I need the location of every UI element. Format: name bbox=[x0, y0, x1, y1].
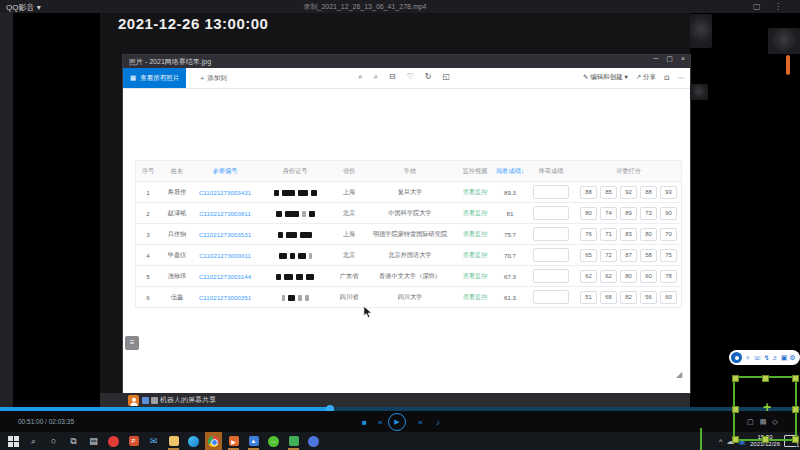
table-row: 2赵泽铭C11021273003811北京中国科学院大学查看监控81807489… bbox=[136, 203, 681, 224]
monitor-link[interactable]: 查看监控 bbox=[463, 272, 488, 279]
filmstrip-toggle-button[interactable]: ≡ bbox=[125, 336, 139, 350]
selection-handle[interactable] bbox=[732, 406, 739, 413]
more-icon[interactable]: ⋯ bbox=[678, 74, 685, 82]
sort-desc-icon[interactable]: ↓ bbox=[521, 168, 524, 174]
previous-button[interactable]: « bbox=[378, 418, 382, 427]
video-thumbnail[interactable] bbox=[690, 14, 712, 48]
zoom-out-icon[interactable]: ⌕ bbox=[373, 72, 377, 82]
share-button[interactable]: ↗ 分享 bbox=[636, 73, 656, 82]
column-header[interactable]: 阅卷成绩↓ bbox=[494, 167, 526, 176]
delete-icon[interactable]: ⊟ bbox=[389, 72, 396, 82]
settings-icon[interactable]: ⚙ bbox=[789, 350, 795, 365]
signal-icon[interactable]: ↯ bbox=[764, 350, 770, 365]
store-button[interactable]: ▤ bbox=[85, 432, 102, 450]
photos-titlebar: 照片 - 2021网络赛结果.jpg ─▢× bbox=[123, 55, 690, 68]
selection-handle[interactable] bbox=[792, 406, 799, 413]
window-capture-icon[interactable]: ▤ bbox=[760, 418, 767, 426]
snapshot-icon[interactable]: ▢ bbox=[753, 2, 761, 11]
grading-score: 70.7 bbox=[494, 252, 526, 259]
final-score-input[interactable] bbox=[533, 290, 569, 304]
grid-icon: ▦ bbox=[130, 74, 136, 82]
meeting-brand-icon[interactable] bbox=[731, 352, 742, 363]
selection-handle[interactable] bbox=[762, 375, 769, 382]
close-button[interactable]: × bbox=[681, 55, 685, 62]
video-thumbnail[interactable] bbox=[690, 84, 708, 100]
selection-handle[interactable] bbox=[792, 375, 799, 382]
view-all-photos-button[interactable]: ▦ 查看所有照片 bbox=[123, 68, 186, 88]
selection-handle[interactable] bbox=[762, 436, 769, 443]
app-menu[interactable]: QQ影音 ▾ bbox=[6, 2, 41, 13]
monitor-link[interactable]: 查看监控 bbox=[463, 209, 488, 216]
next-button[interactable]: » bbox=[418, 418, 422, 427]
id-number-redacted bbox=[256, 251, 334, 258]
wechat-button-glyph: ⋯ bbox=[268, 436, 279, 447]
print-icon[interactable]: ⊡ bbox=[664, 74, 669, 82]
mail-button[interactable]: ✉ bbox=[145, 432, 162, 450]
judge-score-box: 62 bbox=[600, 270, 617, 283]
monitor-link[interactable]: 查看监控 bbox=[463, 251, 488, 258]
edit-create-button[interactable]: ✎ 编辑和创建 ▾ bbox=[583, 73, 628, 82]
column-header[interactable]: 参赛编号 bbox=[194, 167, 256, 176]
judge-score-box: 83 bbox=[620, 228, 637, 241]
blue-app-button[interactable]: ▲ bbox=[245, 432, 262, 450]
player-menu-icon[interactable]: ⋮ bbox=[774, 2, 782, 11]
volume-button[interactable]: ♪ bbox=[436, 418, 440, 427]
row-index: 2 bbox=[136, 210, 160, 217]
rect-capture-icon[interactable]: ▢ bbox=[747, 418, 754, 426]
edge-button[interactable] bbox=[185, 432, 202, 450]
store-button-glyph: ▤ bbox=[89, 436, 98, 446]
redaction-block bbox=[311, 190, 317, 196]
minimize-button[interactable]: ─ bbox=[653, 55, 658, 62]
powerpoint-button-glyph: P bbox=[129, 436, 139, 446]
start-button[interactable] bbox=[5, 432, 22, 450]
crop-icon[interactable]: ◱ bbox=[443, 72, 451, 82]
monitor-link[interactable]: 查看监控 bbox=[463, 188, 488, 195]
maximize-button[interactable]: ▢ bbox=[666, 55, 673, 62]
move-icon[interactable]: ＋ bbox=[744, 350, 751, 365]
explorer-button[interactable] bbox=[165, 432, 182, 450]
add-to-button[interactable]: ＋ 添加到 bbox=[199, 74, 227, 83]
selection-handle[interactable] bbox=[732, 436, 739, 443]
final-score-input[interactable] bbox=[533, 227, 569, 241]
monitor-link[interactable]: 查看监控 bbox=[463, 230, 488, 237]
stop-button[interactable]: ■ bbox=[362, 418, 367, 427]
column-header: 终审成绩 bbox=[526, 167, 576, 176]
audio-icon[interactable]: ♬ bbox=[772, 350, 779, 365]
monitor-cell: 查看监控 bbox=[456, 230, 494, 239]
final-score-input[interactable] bbox=[533, 248, 569, 262]
final-score-input[interactable] bbox=[533, 206, 569, 220]
row-index: 1 bbox=[136, 189, 160, 196]
play-button[interactable]: ▶ bbox=[388, 413, 406, 431]
search-button[interactable]: ⌕ bbox=[25, 432, 42, 450]
taskbar: ⌕○⧉▤P✉▶▲⋯ bbox=[0, 432, 800, 450]
task-view-button[interactable]: ⧉ bbox=[65, 432, 82, 450]
screen-share-text: 机器人的屏幕共享 bbox=[160, 395, 216, 405]
wechat-button[interactable]: ⋯ bbox=[265, 432, 282, 450]
green-app-button[interactable] bbox=[285, 432, 302, 450]
redaction-block bbox=[276, 274, 281, 280]
red-app-button[interactable] bbox=[105, 432, 122, 450]
monitor-link[interactable]: 查看监控 bbox=[463, 293, 488, 300]
province: 广东省 bbox=[334, 272, 364, 281]
favorite-icon[interactable]: ♡ bbox=[407, 72, 414, 82]
window-title: 照片 - 2021网络赛结果.jpg bbox=[129, 57, 211, 67]
redaction-block bbox=[282, 190, 295, 196]
chrome-button[interactable] bbox=[205, 432, 222, 450]
hidden-icons-chevron[interactable]: ^ bbox=[719, 438, 722, 445]
selection-handle[interactable] bbox=[792, 436, 799, 443]
cortana-button[interactable]: ○ bbox=[45, 432, 62, 450]
final-score-input[interactable] bbox=[533, 269, 569, 283]
video-thumbnail[interactable] bbox=[768, 28, 800, 54]
selection-handle[interactable] bbox=[732, 375, 739, 382]
fullscreen-capture-icon[interactable]: ◇ bbox=[772, 418, 777, 426]
judge-score-box: 58 bbox=[640, 249, 657, 262]
window-icon[interactable]: ▣ bbox=[781, 350, 788, 365]
media-app-button[interactable]: ▶ bbox=[225, 432, 242, 450]
rotate-icon[interactable]: ↻ bbox=[425, 72, 432, 82]
redaction-block bbox=[298, 190, 308, 196]
community-button[interactable] bbox=[305, 432, 322, 450]
final-score-input[interactable] bbox=[533, 185, 569, 199]
zoom-in-icon[interactable]: ⌕ bbox=[358, 72, 362, 82]
powerpoint-button[interactable]: P bbox=[125, 432, 142, 450]
call-icon[interactable]: ☏ bbox=[753, 350, 762, 365]
